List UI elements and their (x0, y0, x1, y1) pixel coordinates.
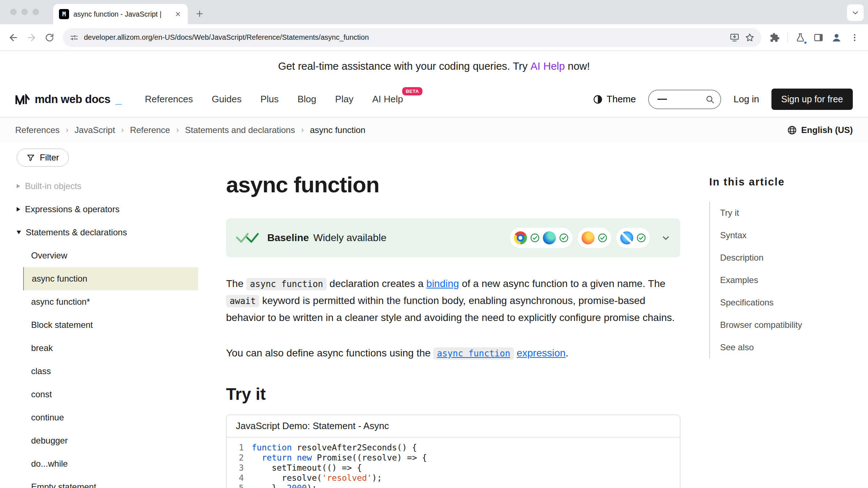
reload-button[interactable] (41, 29, 58, 46)
sidebar-item-statements-declarations[interactable]: Statements & declarations (17, 221, 216, 244)
experiments-button[interactable] (792, 29, 809, 46)
sidebar-item-class[interactable]: class (17, 360, 216, 383)
signup-button[interactable]: Sign up for free (771, 89, 853, 110)
sidebar-item-block-statement[interactable]: Block statement (17, 313, 216, 337)
sidebar-item-continue[interactable]: continue (17, 406, 216, 429)
check-circle-icon (530, 233, 540, 243)
breadcrumb-item-javascript[interactable]: JavaScript (75, 125, 115, 135)
sidebar-filter-button[interactable]: Filter (17, 149, 69, 167)
code-line: 1function resolveAfter2Seconds() { (226, 442, 680, 453)
tab-search-button[interactable] (847, 4, 864, 21)
side-panel-button[interactable] (810, 29, 827, 46)
browser-menu-button[interactable] (846, 29, 863, 46)
profile-avatar-icon (831, 32, 842, 43)
window-close-button[interactable] (10, 9, 17, 15)
sidebar-item-do-while[interactable]: do...while (17, 452, 216, 475)
back-button[interactable] (5, 29, 22, 46)
toc-item-browser-compatibility[interactable]: Browser compatibility (710, 314, 861, 336)
puzzle-icon (770, 33, 780, 43)
token-pl: ); (307, 483, 317, 488)
nav-item-plus[interactable]: Plus (260, 94, 279, 105)
nav-item-label: Blog (298, 94, 316, 104)
bookmark-star-icon[interactable] (745, 33, 755, 43)
sidebar-item-overview[interactable]: Overview (17, 244, 216, 267)
nav-item-label: References (145, 94, 193, 104)
toc-item-examples[interactable]: Examples (710, 269, 861, 291)
toc-item-syntax[interactable]: Syntax (710, 224, 861, 247)
browser-support-icons (510, 228, 671, 248)
nav-item-guides[interactable]: Guides (212, 94, 242, 105)
token-pl: ); (372, 473, 382, 483)
inline-link[interactable]: expression (516, 347, 565, 359)
search-input[interactable] (648, 90, 721, 109)
breadcrumb-separator-icon: › (301, 125, 304, 135)
sidebar-item-async-function[interactable]: async function (23, 267, 198, 290)
breadcrumb-item-async-function[interactable]: async function (310, 125, 365, 135)
nav-item-ai-help[interactable]: AI HelpBETA (372, 94, 403, 105)
nav-item-references[interactable]: References (145, 94, 193, 105)
tab-close-icon[interactable] (173, 9, 183, 20)
inline-link[interactable]: binding (426, 278, 459, 289)
sidebar-item-debugger[interactable]: debugger (17, 429, 216, 452)
site-settings-icon[interactable] (69, 33, 79, 42)
baseline-banner: Baseline Widely available (226, 218, 680, 257)
toc-item-specifications[interactable]: Specifications (710, 291, 861, 314)
window-zoom-button[interactable] (33, 9, 39, 15)
beta-badge: BETA (402, 87, 422, 95)
language-label: English (US) (801, 125, 853, 135)
toc-item-description[interactable]: Description (710, 247, 861, 269)
sidebar-item-label: Statements & declarations (26, 227, 127, 237)
nav-item-label: Guides (212, 94, 242, 104)
check-circle-icon (598, 233, 607, 243)
browser-tab[interactable]: M async function - JavaScript | (53, 4, 188, 24)
breadcrumb-item-references[interactable]: References (15, 125, 60, 135)
mdn-logo[interactable]: mdn web docs_ (15, 93, 122, 106)
baseline-expand-chevron-icon[interactable] (661, 233, 671, 243)
toc: In this article Try itSyntaxDescriptionE… (709, 143, 861, 488)
browser-toolbar: developer.allizom.org/en-US/docs/Web/Jav… (0, 24, 868, 51)
window-minimize-button[interactable] (21, 9, 28, 15)
login-link[interactable]: Log in (733, 94, 759, 105)
support-pill-firefox (578, 228, 611, 248)
sidebar-item-label: Overview (31, 251, 67, 261)
token-pl: resolve( (252, 473, 322, 483)
new-tab-button[interactable] (192, 6, 207, 21)
extensions-button[interactable] (766, 29, 783, 46)
sidebar-item-expressions-operators[interactable]: Expressions & operators (17, 198, 216, 221)
sidebar-item-break[interactable]: break (17, 337, 216, 360)
language-selector[interactable]: English (US) (787, 125, 853, 135)
toc-item-see-also[interactable]: See also (710, 336, 861, 359)
code-editor[interactable]: 1function resolveAfter2Seconds() {2 retu… (226, 437, 680, 488)
sidebar-item-async-function[interactable]: async function* (17, 290, 216, 313)
inline-code: async function (433, 347, 514, 360)
mdn-logo-text: mdn web docs (35, 93, 110, 106)
promo-banner: Get real-time assistance with your codin… (0, 51, 868, 81)
profile-button[interactable] (828, 29, 845, 46)
nav-item-play[interactable]: Play (335, 94, 354, 105)
tab-title: async function - JavaScript | (73, 10, 168, 18)
sidebar-item-label: class (31, 366, 51, 376)
page-layout: Filter Built-in objectsExpressions & ope… (0, 143, 868, 488)
sidebar-item-built-in-objects[interactable]: Built-in objects (17, 175, 216, 198)
url-bar[interactable]: developer.allizom.org/en-US/docs/Web/Jav… (63, 28, 761, 47)
chevron-collapsed-icon (17, 207, 20, 211)
theme-toggle-button[interactable]: Theme (593, 94, 636, 105)
paragraph-text: You can also define async functions usin… (226, 347, 433, 359)
forward-button[interactable] (23, 29, 40, 46)
breadcrumb-item-statements-and-declarations[interactable]: Statements and declarations (185, 125, 295, 135)
mdn-logo-mark-icon (15, 94, 30, 105)
promo-ai-help-link[interactable]: AI Help (531, 60, 565, 72)
token-pl: setTimeout(() => { (252, 463, 362, 472)
sidebar-item-const[interactable]: const (17, 383, 216, 406)
breadcrumb-item-reference[interactable]: Reference (130, 125, 170, 135)
line-number: 5 (226, 483, 244, 488)
back-arrow-icon (8, 32, 19, 43)
inline-code-link[interactable]: async function (433, 347, 514, 359)
nav-item-label: Plus (260, 94, 279, 104)
code-line: 3 setTimeout(() => { (226, 463, 680, 473)
toc-item-try-it[interactable]: Try it (710, 202, 861, 224)
sidebar-item-empty-statement[interactable]: Empty statement (17, 475, 216, 488)
install-app-icon[interactable] (729, 33, 740, 43)
nav-item-blog[interactable]: Blog (298, 94, 316, 105)
safari-icon (620, 231, 633, 244)
